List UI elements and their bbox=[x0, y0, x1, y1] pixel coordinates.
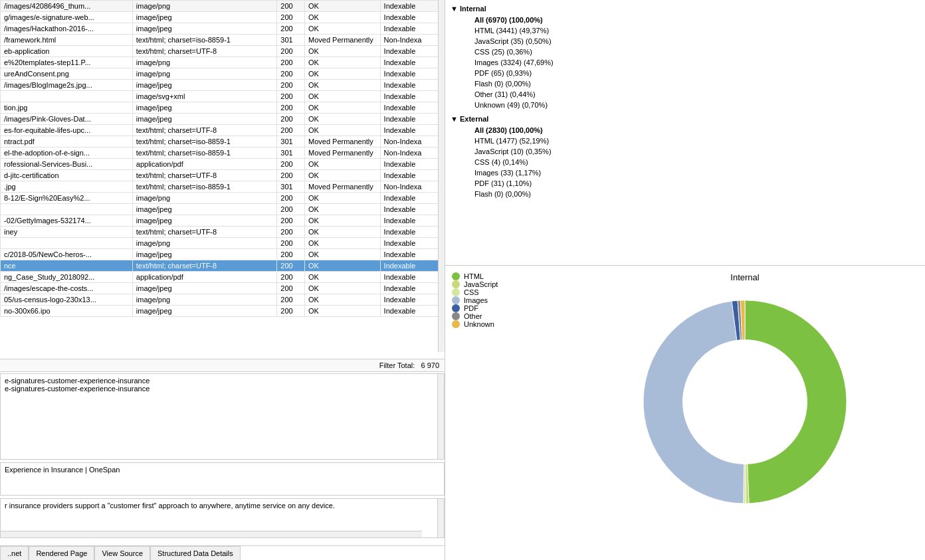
external-tree-item-1[interactable]: HTML (1477) (52,19%) bbox=[448, 136, 922, 146]
table-cell-4: Non-Indexa bbox=[380, 147, 444, 159]
table-row[interactable]: /images/escape-the-costs...image/jpeg200… bbox=[1, 283, 445, 294]
table-row[interactable]: image/svg+xml200OKIndexable bbox=[1, 91, 445, 102]
table-cell-1: image/jpeg bbox=[132, 23, 276, 35]
legend-item-0: HTML bbox=[452, 272, 558, 280]
table-row[interactable]: ureAndConsent.pngimage/png200OKIndexable bbox=[1, 68, 445, 80]
internal-tree-item-5[interactable]: PDF (65) (0,93%) bbox=[448, 68, 922, 78]
table-cell-4: Non-Indexa bbox=[380, 35, 444, 46]
tab-dotnet[interactable]: ..net bbox=[0, 546, 29, 560]
legend-dot-1 bbox=[452, 280, 460, 288]
table-cell-2: 200 bbox=[277, 68, 305, 80]
table-row[interactable]: es-for-equitable-lifes-upc...text/html; … bbox=[1, 125, 445, 136]
legend-dot-3 bbox=[452, 296, 460, 304]
table-row[interactable]: tion.jpgimage/jpeg200OKIndexable bbox=[1, 102, 445, 114]
table-row[interactable]: 8-12/E-Sign%20Easy%2...image/png200OKInd… bbox=[1, 193, 445, 204]
bottom-right: HTMLJavaScriptCSSImagesPDFOtherUnknown I… bbox=[445, 266, 925, 560]
table-cell-0 bbox=[1, 204, 133, 215]
internal-tree-item-3[interactable]: CSS (25) (0,36%) bbox=[448, 47, 922, 57]
tree-panel: ▼ Internal All (6970) (100,00%)HTML (344… bbox=[445, 0, 925, 266]
legend-label-3: Images bbox=[464, 296, 488, 304]
detail-scrollbar-v[interactable] bbox=[437, 374, 444, 459]
table-cell-1: text/html; charset=iso-8859-1 bbox=[132, 181, 276, 193]
table-row[interactable]: g/images/e-signature-web...image/jpeg200… bbox=[1, 12, 445, 23]
table-cell-3: OK bbox=[304, 238, 380, 249]
tab-rendered-page[interactable]: Rendered Page bbox=[29, 546, 94, 560]
legend-label-0: HTML bbox=[464, 272, 484, 280]
table-row[interactable]: rofessional-Services-Busi...application/… bbox=[1, 159, 445, 170]
table-cell-2: 200 bbox=[277, 12, 305, 23]
table-row[interactable]: ng_Case_Study_2018092...application/pdf2… bbox=[1, 272, 445, 283]
table-cell-2: 301 bbox=[277, 147, 305, 159]
table-row[interactable]: ntract.pdftext/html; charset=iso-8859-13… bbox=[1, 136, 445, 147]
table-row[interactable]: e%20templates-step11.P...image/png200OKI… bbox=[1, 57, 445, 68]
tree-internal-header[interactable]: ▼ Internal bbox=[448, 3, 922, 15]
internal-tree-item-8[interactable]: Unknown (49) (0,70%) bbox=[448, 100, 922, 110]
internal-tree-item-4[interactable]: Images (3324) (47,69%) bbox=[448, 57, 922, 68]
table-cell-4: Indexable bbox=[380, 260, 444, 272]
tab-view-source[interactable]: View Source bbox=[94, 546, 150, 560]
table-row[interactable]: el-the-adoption-of-e-sign...text/html; c… bbox=[1, 147, 445, 159]
external-tree-item-2[interactable]: JavaScript (10) (0,35%) bbox=[448, 146, 922, 157]
table-cell-4: Indexable bbox=[380, 1, 444, 12]
table-row[interactable]: ncetext/html; charset=UTF-8200OKIndexabl… bbox=[1, 260, 445, 272]
table-cell-3: OK bbox=[304, 102, 380, 114]
external-tree-item-6[interactable]: Flash (0) (0,00%) bbox=[448, 189, 922, 199]
table-row[interactable]: 05/us-census-logo-230x13...image/png200O… bbox=[1, 294, 445, 306]
table-cell-3: OK bbox=[304, 204, 380, 215]
external-tree-item-4[interactable]: Images (33) (1,17%) bbox=[448, 167, 922, 178]
table-cell-0: 8-12/E-Sign%20Easy%2... bbox=[1, 193, 133, 204]
external-tree-item-0[interactable]: All (2830) (100,00%) bbox=[448, 125, 922, 136]
filter-total: Filter Total: 6 970 bbox=[0, 359, 445, 372]
tab-structured-data[interactable]: Structured Data Details bbox=[150, 546, 241, 560]
donut-chart bbox=[632, 289, 858, 515]
legend-label-5: Other bbox=[464, 312, 482, 320]
detail-desc-hscrollbar[interactable] bbox=[1, 531, 422, 537]
table-row[interactable]: -02/GettyImages-532174...image/jpeg200OK… bbox=[1, 215, 445, 227]
table-cell-1: image/png bbox=[132, 193, 276, 204]
table-row[interactable]: eb-applicationtext/html; charset=UTF-820… bbox=[1, 46, 445, 57]
internal-tree-item-2[interactable]: JavaScript (35) (0,50%) bbox=[448, 36, 922, 47]
table-row[interactable]: /images/42086496_thum...image/png200OKIn… bbox=[1, 1, 445, 12]
table-row[interactable]: /images/Pink-Gloves-Dat...image/jpeg200O… bbox=[1, 114, 445, 125]
internal-tree-item-6[interactable]: Flash (0) (0,00%) bbox=[448, 78, 922, 89]
filter-total-label: Filter Total: bbox=[379, 361, 415, 369]
table-cell-2: 200 bbox=[277, 215, 305, 227]
table-cell-1: text/html; charset=UTF-8 bbox=[132, 227, 276, 238]
table-row[interactable]: image/png200OKIndexable bbox=[1, 238, 445, 249]
table-cell-4: Indexable bbox=[380, 57, 444, 68]
table-row[interactable]: image/jpeg200OKIndexable bbox=[1, 204, 445, 215]
table-row[interactable]: /images/BlogImage2s.jpg...image/jpeg200O… bbox=[1, 80, 445, 91]
vertical-scrollbar[interactable] bbox=[438, 0, 445, 352]
internal-tree-item-1[interactable]: HTML (3441) (49,37%) bbox=[448, 25, 922, 36]
table-cell-0: c/2018-05/NewCo-heros-... bbox=[1, 249, 133, 260]
external-tree-item-3[interactable]: CSS (4) (0,14%) bbox=[448, 157, 922, 167]
table-cell-4: Indexable bbox=[380, 23, 444, 35]
table-cell-1: image/jpeg bbox=[132, 12, 276, 23]
table-cell-4: Non-Indexa bbox=[380, 136, 444, 147]
table-cell-4: Indexable bbox=[380, 68, 444, 80]
detail-desc-scrollbar[interactable] bbox=[437, 499, 444, 537]
tree-external-header[interactable]: ▼ External bbox=[448, 113, 922, 125]
table-row[interactable]: d-jitc-certificationtext/html; charset=U… bbox=[1, 170, 445, 181]
table-cell-4: Indexable bbox=[380, 46, 444, 57]
table-row[interactable]: c/2018-05/NewCo-heros-...image/jpeg200OK… bbox=[1, 249, 445, 260]
table-cell-3: Moved Permanently bbox=[304, 181, 380, 193]
table-cell-4: Indexable bbox=[380, 12, 444, 23]
internal-tree-item-7[interactable]: Other (31) (0,44%) bbox=[448, 89, 922, 100]
table-cell-3: OK bbox=[304, 91, 380, 102]
table-row[interactable]: ineytext/html; charset=UTF-8200OKIndexab… bbox=[1, 227, 445, 238]
table-cell-4: Indexable bbox=[380, 294, 444, 306]
table-cell-3: OK bbox=[304, 68, 380, 80]
internal-tree-item-0[interactable]: All (6970) (100,00%) bbox=[448, 15, 922, 25]
table-cell-3: Moved Permanently bbox=[304, 35, 380, 46]
table-cell-2: 200 bbox=[277, 23, 305, 35]
table-row[interactable]: /framework.htmltext/html; charset=iso-88… bbox=[1, 35, 445, 46]
table-row[interactable]: .jpgtext/html; charset=iso-8859-1301Move… bbox=[1, 181, 445, 193]
table-row[interactable]: /images/Hackathon-2016-...image/jpeg200O… bbox=[1, 23, 445, 35]
table-cell-4: Indexable bbox=[380, 238, 444, 249]
table-cell-1: text/html; charset=UTF-8 bbox=[132, 125, 276, 136]
table-row[interactable]: no-300x66.ipoimage/jpeg200OKIndexable bbox=[1, 306, 445, 317]
table-cell-1: image/svg+xml bbox=[132, 91, 276, 102]
external-tree-item-5[interactable]: PDF (31) (1,10%) bbox=[448, 178, 922, 189]
table-cell-0: /images/Hackathon-2016-... bbox=[1, 23, 133, 35]
